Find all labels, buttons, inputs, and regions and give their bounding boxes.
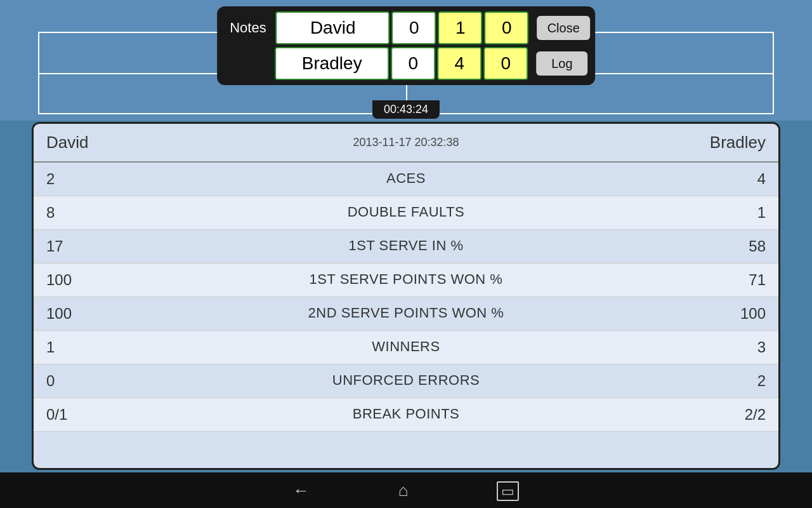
- stat-left-value: 100: [46, 305, 226, 323]
- stat-label: 1ST SERVE POINTS WON %: [226, 271, 586, 289]
- player1-score-2: 0: [485, 11, 529, 44]
- table-row: 17 1ST SERVE IN % 58: [34, 230, 778, 264]
- notes-button[interactable]: Notes: [222, 20, 273, 36]
- nav-bar: ← ⌂ ▭: [0, 472, 812, 508]
- table-row: 100 1ST SERVE POINTS WON % 71: [34, 264, 778, 297]
- log-button[interactable]: Log: [536, 51, 587, 76]
- stat-right-value: 3: [586, 338, 766, 356]
- stat-left-value: 100: [46, 271, 226, 289]
- stat-label: 2ND SERVE POINTS WON %: [226, 305, 586, 323]
- stat-label: 1ST SERVE IN %: [226, 237, 586, 255]
- stat-label: UNFORCED ERRORS: [226, 372, 586, 390]
- stat-right-value: 4: [586, 170, 766, 188]
- table-row: 8 DOUBLE FAULTS 1: [34, 196, 778, 230]
- player1-score-0: 0: [392, 11, 436, 44]
- stat-label: BREAK POINTS: [226, 406, 586, 424]
- table-row: 2 ACES 4: [34, 163, 778, 196]
- player2-name: Bradley: [275, 47, 389, 80]
- player2-score-1: 4: [437, 47, 481, 80]
- stats-header: David 2013-11-17 20:32:38 Bradley: [34, 124, 778, 163]
- stat-right-value: 71: [586, 271, 766, 289]
- stats-rows: 2 ACES 4 8 DOUBLE FAULTS 1 17 1ST SERVE …: [34, 163, 778, 432]
- home-button[interactable]: ⌂: [398, 481, 409, 500]
- scoreboard: Notes David 0 1 0 Close Bradley 0 4 0 Lo…: [217, 6, 595, 85]
- stat-left-value: 1: [46, 338, 226, 356]
- stat-right-value: 2: [586, 372, 766, 390]
- close-button[interactable]: Close: [537, 16, 590, 40]
- stat-left-value: 8: [46, 204, 226, 222]
- player2-score-2: 0: [483, 47, 528, 80]
- stat-left-value: 0/1: [46, 406, 226, 424]
- player2-score-0: 0: [391, 47, 435, 80]
- back-button[interactable]: ←: [293, 481, 310, 500]
- recents-button[interactable]: ▭: [497, 481, 519, 500]
- player1-score-1: 1: [438, 11, 483, 44]
- table-row: 0 UNFORCED ERRORS 2: [34, 364, 778, 398]
- stat-left-value: 17: [46, 237, 226, 255]
- stat-right-value: 2/2: [586, 406, 766, 424]
- table-row: 100 2ND SERVE POINTS WON % 100: [34, 297, 778, 331]
- stat-label: ACES: [226, 170, 586, 188]
- table-row: 0/1 BREAK POINTS 2/2: [34, 398, 778, 432]
- stat-left-value: 2: [46, 170, 226, 188]
- stat-label: WINNERS: [226, 338, 586, 356]
- stat-label: DOUBLE FAULTS: [226, 204, 586, 222]
- stat-right-value: 100: [586, 305, 766, 323]
- stat-right-value: 1: [586, 204, 766, 222]
- stat-right-value: 58: [586, 237, 766, 255]
- match-date: 2013-11-17 20:32:38: [226, 136, 586, 149]
- stats-player-right: Bradley: [586, 133, 766, 152]
- timer-display: 00:43:24: [372, 100, 440, 119]
- player1-name: David: [276, 11, 390, 44]
- table-row: 1 WINNERS 3: [34, 331, 778, 364]
- stats-panel: David 2013-11-17 20:32:38 Bradley 2 ACES…: [32, 122, 780, 470]
- stat-left-value: 0: [46, 372, 226, 390]
- stats-player-left: David: [46, 133, 226, 152]
